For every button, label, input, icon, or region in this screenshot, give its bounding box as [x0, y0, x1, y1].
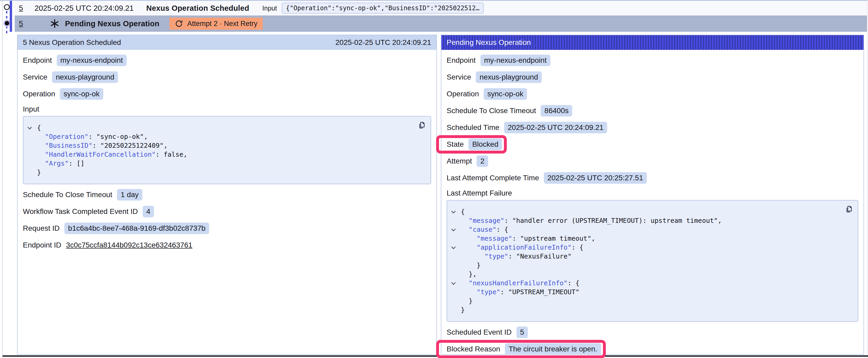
json-line: "type": "UPSTREAM_TIMEOUT" [451, 288, 838, 297]
input-json-viewer: { "Operation": "sync-op-ok", "BusinessID… [23, 116, 431, 184]
field-value: my-nexus-endpoint [57, 55, 127, 66]
field-label: Workflow Task Completed Event ID [23, 207, 138, 216]
json-line-gutter [27, 159, 37, 168]
panel-title: Pending Nexus Operation [446, 38, 531, 47]
json-key: "HandlerWaitForCancellation" [45, 151, 156, 158]
field-value: 86400s [541, 105, 572, 117]
field-schedule-to-close-timeout: Schedule To Close Timeout1 day [23, 189, 431, 200]
json-code: "nexusHandlerFailureInfo": { [461, 279, 580, 288]
bottom-divider [3, 355, 868, 357]
collapse-chevron-icon[interactable] [451, 209, 456, 214]
json-line: "HandlerWaitForCancellation": false, [27, 150, 411, 159]
json-line-gutter [451, 279, 461, 288]
field-endpoint: Endpointmy-nexus-endpoint [23, 55, 431, 66]
field-request-id: Request IDb1c6a4bc-8ee7-468a-9169-df3b02… [23, 223, 431, 234]
field-value: 2 [476, 155, 488, 167]
timeline-dot-open-icon[interactable] [4, 4, 10, 10]
timeline-rail [0, 0, 15, 53]
json-key: "BusinessID" [45, 142, 92, 149]
json-key: "type" [476, 288, 500, 296]
json-line-gutter [451, 243, 461, 252]
json-line-gutter [451, 288, 461, 297]
json-key: "type" [485, 253, 508, 260]
field-value[interactable]: 3c0c75ccfa8144b092c13ce632463761 [66, 241, 192, 249]
field-value: nexus-playground [52, 71, 118, 83]
field-label: Attempt [446, 157, 472, 165]
event-detail-panels: 5 Nexus Operation Scheduled 2025-02-25 U… [17, 35, 864, 355]
json-key: "message" [476, 235, 512, 242]
collapse-chevron-icon[interactable] [451, 227, 456, 231]
json-line-gutter [27, 123, 37, 132]
timeline-dot-filled-icon[interactable] [5, 21, 9, 26]
field-label: Blocked Reason [446, 345, 500, 353]
input-label: Input [262, 4, 277, 12]
json-code: } [461, 261, 480, 270]
json-line: "Operation": "sync-op-ok", [27, 132, 411, 141]
json-line: } [451, 297, 838, 305]
field-value: Blocked [468, 138, 502, 150]
json-code: "Operation": "sync-op-ok", [37, 132, 148, 141]
event-id-link[interactable]: 5 [19, 4, 23, 12]
field-service: Servicenexus-playground [446, 71, 858, 83]
json-line: "nexusHandlerFailureInfo": { [451, 279, 838, 288]
json-code: "cause": { [461, 225, 508, 234]
collapse-chevron-icon[interactable] [28, 125, 32, 130]
field-value: sync-op-ok [60, 88, 103, 100]
field-value: 2025-02-25 UTC 20:25:27.51 [544, 172, 647, 184]
event-rows: 5 2025-02-25 UTC 20:24:09.21 Nexus Opera… [15, 1, 867, 32]
event-title: Nexus Operation Scheduled [146, 4, 249, 12]
event-row-pending-nexus-operation[interactable]: 5 Pending Nexus Operation Attempt 2 · Ne… [15, 15, 867, 32]
collapse-chevron-icon[interactable] [451, 281, 456, 285]
json-code: "BusinessID": "20250225122409", [37, 141, 167, 150]
panel-timestamp: 2025-02-25 UTC 20:24:09.21 [336, 38, 431, 47]
json-key: "Operation" [45, 133, 89, 140]
field-value: b1c6a4bc-8ee7-468a-9169-df3b02c8737b [64, 223, 209, 234]
json-code: "HandlerWaitForCancellation": false, [37, 150, 187, 159]
json-line-gutter [27, 141, 37, 150]
json-line-gutter [451, 297, 461, 305]
copy-icon[interactable] [417, 121, 425, 130]
json-code: "Args": [] [37, 159, 85, 168]
field-label: Endpoint ID [23, 241, 61, 249]
json-line: "Args": [] [27, 159, 411, 168]
json-code: { [37, 123, 41, 132]
json-line: "message": "upstream timeout", [451, 234, 838, 243]
json-line-gutter [27, 168, 37, 177]
field-label: Last Attempt Complete Time [446, 174, 539, 182]
json-line-gutter [451, 225, 461, 234]
panel-nexus-operation-scheduled: 5 Nexus Operation Scheduled 2025-02-25 U… [17, 35, 437, 355]
field-label: Schedule To Close Timeout [446, 106, 536, 115]
field-endpoint: Endpointmy-nexus-endpoint [446, 55, 858, 66]
workflow-history-view: 5 2025-02-25 UTC 20:24:09.21 Nexus Opera… [0, 0, 868, 358]
field-blocked-reason: Blocked ReasonThe circuit breaker is ope… [446, 343, 601, 355]
field-value: 5 [517, 326, 528, 338]
json-line: } [27, 168, 411, 177]
json-key: "message" [469, 217, 504, 224]
json-line-gutter [451, 261, 461, 270]
json-key: "Args" [45, 160, 68, 167]
field-operation: Operationsync-op-ok [23, 88, 431, 100]
event-id-link[interactable]: 5 [19, 20, 23, 28]
json-code: } [461, 297, 473, 305]
field-last-attempt-complete-time: Last Attempt Complete Time2025-02-25 UTC… [446, 172, 858, 184]
json-line: { [451, 207, 838, 216]
copy-icon[interactable] [844, 205, 852, 214]
json-code: "type": "UPSTREAM_TIMEOUT" [461, 288, 580, 297]
event-row-nexus-operation-scheduled[interactable]: 5 2025-02-25 UTC 20:24:09.21 Nexus Opera… [15, 1, 867, 15]
pending-event-title: Pending Nexus Operation [65, 20, 159, 28]
json-line-gutter [27, 150, 37, 159]
json-code: "message": "upstream timeout", [461, 234, 595, 243]
json-line-gutter [451, 207, 461, 216]
field-scheduled-event-id: Scheduled Event ID5 [446, 326, 858, 338]
field-label: Endpoint [446, 56, 476, 65]
json-line: "message": "handler error (UPSTREAM_TIME… [451, 216, 838, 225]
input-preview-chip: {"Operation":"sync-op-ok","BusinessID":"… [282, 3, 484, 14]
json-code: "type": "NexusFailure" [461, 252, 571, 261]
collapse-chevron-icon[interactable] [451, 245, 456, 249]
input-section-label: Input [23, 105, 431, 113]
field-label: State [446, 140, 464, 149]
json-code: }, [461, 270, 476, 279]
field-label: Endpoint [23, 56, 52, 65]
field-attempt: Attempt2 [446, 155, 858, 167]
json-key: "nexusHandlerFailureInfo" [469, 279, 567, 287]
